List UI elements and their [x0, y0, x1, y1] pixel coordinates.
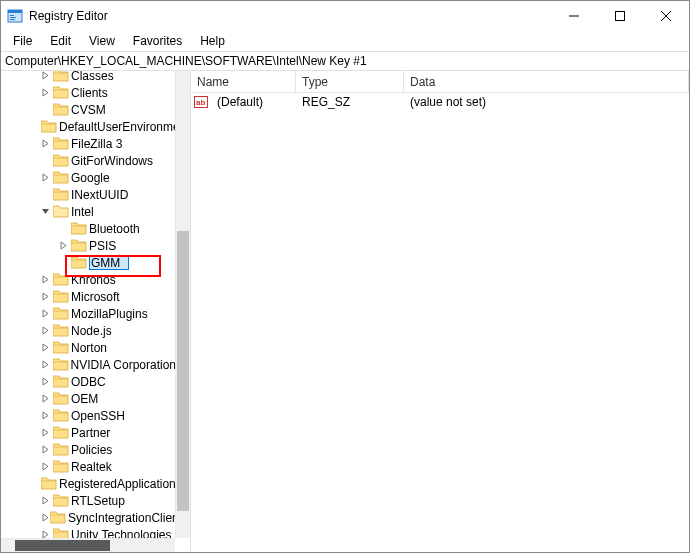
tree-item[interactable]: GitForWindows: [1, 152, 176, 169]
tree-item[interactable]: [1, 254, 176, 271]
tree-item-label: RTLSetup: [71, 494, 125, 508]
tree-item[interactable]: MozillaPlugins: [1, 305, 176, 322]
menu-help[interactable]: Help: [192, 33, 233, 49]
value-name: (Default): [211, 95, 296, 109]
folder-icon: [53, 443, 69, 456]
folder-icon: [53, 375, 69, 388]
menu-favorites[interactable]: Favorites: [125, 33, 190, 49]
tree-item[interactable]: ODBC: [1, 373, 176, 390]
expand-icon[interactable]: [41, 88, 53, 97]
tree-item[interactable]: Khronos: [1, 271, 176, 288]
folder-icon: [53, 409, 69, 422]
tree-item[interactable]: INextUUID: [1, 186, 176, 203]
expand-icon[interactable]: [41, 513, 50, 522]
folder-icon: [53, 103, 69, 116]
folder-icon: [53, 494, 69, 507]
tree-vertical-scroll-thumb[interactable]: [177, 231, 189, 511]
folder-icon: [53, 341, 69, 354]
tree-item-label: Policies: [71, 443, 112, 457]
menu-file[interactable]: File: [5, 33, 40, 49]
tree-item[interactable]: Partner: [1, 424, 176, 441]
tree-horizontal-scrollbar[interactable]: [1, 538, 175, 552]
maximize-button[interactable]: [597, 1, 643, 31]
svg-rect-6: [616, 12, 625, 21]
tree-item[interactable]: RegisteredApplications: [1, 475, 176, 492]
tree-item[interactable]: PSIS: [1, 237, 176, 254]
folder-icon: [53, 154, 69, 167]
tree-item[interactable]: Node.js: [1, 322, 176, 339]
expand-icon[interactable]: [41, 71, 53, 80]
expand-icon[interactable]: [41, 173, 53, 182]
expand-icon[interactable]: [41, 139, 53, 148]
tree-vertical-scrollbar[interactable]: [175, 71, 190, 538]
tree-item[interactable]: Bluetooth: [1, 220, 176, 237]
rename-input[interactable]: [89, 256, 129, 270]
folder-icon: [53, 460, 69, 473]
address-bar[interactable]: Computer\HKEY_LOCAL_MACHINE\SOFTWARE\Int…: [1, 51, 689, 71]
tree-item-label: Realtek: [71, 460, 112, 474]
value-row[interactable]: ab (Default)REG_SZ(value not set): [191, 93, 689, 110]
folder-icon: [71, 239, 87, 252]
expand-icon[interactable]: [41, 411, 53, 420]
tree-item[interactable]: Policies: [1, 441, 176, 458]
tree-horizontal-scroll-thumb[interactable]: [15, 540, 110, 551]
expand-icon[interactable]: [41, 326, 53, 335]
tree-item-label: Node.js: [71, 324, 112, 338]
expand-icon[interactable]: [41, 292, 53, 301]
tree-item[interactable]: CVSM: [1, 101, 176, 118]
tree-item[interactable]: DefaultUserEnvironment: [1, 118, 176, 135]
tree-item-label: PSIS: [89, 239, 116, 253]
expand-icon[interactable]: [41, 462, 53, 471]
column-header-data[interactable]: Data: [404, 71, 689, 92]
tree-item-label: Google: [71, 171, 110, 185]
expand-icon[interactable]: [41, 343, 53, 352]
tree-item[interactable]: OEM: [1, 390, 176, 407]
svg-rect-3: [10, 17, 16, 18]
tree-item-label: Bluetooth: [89, 222, 140, 236]
expand-icon[interactable]: [41, 360, 53, 369]
folder-icon: [53, 324, 69, 337]
folder-icon: [53, 392, 69, 405]
tree-item[interactable]: OpenSSH: [1, 407, 176, 424]
content-area: Classes Clients CVSM DefaultUserEnvironm…: [1, 71, 689, 552]
tree-item[interactable]: Microsoft: [1, 288, 176, 305]
folder-icon: [53, 426, 69, 439]
expand-icon[interactable]: [41, 445, 53, 454]
tree-item-label: CVSM: [71, 103, 106, 117]
tree-item[interactable]: Norton: [1, 339, 176, 356]
menu-view[interactable]: View: [81, 33, 123, 49]
tree-item-label: ODBC: [71, 375, 106, 389]
tree-item[interactable]: Realtek: [1, 458, 176, 475]
tree-item[interactable]: NVIDIA Corporation: [1, 356, 176, 373]
column-header-type[interactable]: Type: [296, 71, 404, 92]
value-type: REG_SZ: [296, 95, 404, 109]
expand-icon[interactable]: [41, 428, 53, 437]
minimize-button[interactable]: [551, 1, 597, 31]
folder-icon: [53, 307, 69, 320]
tree-item[interactable]: Intel: [1, 203, 176, 220]
svg-rect-2: [10, 15, 14, 16]
folder-icon: [53, 137, 69, 150]
close-button[interactable]: [643, 1, 689, 31]
list-body: ab (Default)REG_SZ(value not set): [191, 93, 689, 552]
tree-item[interactable]: FileZilla 3: [1, 135, 176, 152]
column-header-name[interactable]: Name: [191, 71, 296, 92]
tree-scroll[interactable]: Classes Clients CVSM DefaultUserEnvironm…: [1, 71, 190, 552]
tree-item[interactable]: Google: [1, 169, 176, 186]
collapse-icon[interactable]: [41, 207, 53, 216]
expand-icon[interactable]: [41, 377, 53, 386]
expand-icon[interactable]: [41, 309, 53, 318]
tree-item[interactable]: Clients: [1, 84, 176, 101]
tree-item[interactable]: RTLSetup: [1, 492, 176, 509]
menu-bar: File Edit View Favorites Help: [1, 31, 689, 51]
tree-item[interactable]: Classes: [1, 71, 176, 84]
expand-icon[interactable]: [41, 275, 53, 284]
expand-icon[interactable]: [41, 394, 53, 403]
menu-edit[interactable]: Edit: [42, 33, 79, 49]
expand-icon[interactable]: [41, 496, 53, 505]
tree-item[interactable]: SyncIntegrationClients: [1, 509, 176, 526]
title-bar: Registry Editor: [1, 1, 689, 31]
expand-icon[interactable]: [59, 241, 71, 250]
string-value-icon: ab: [193, 94, 209, 110]
tree-item-label: OpenSSH: [71, 409, 125, 423]
